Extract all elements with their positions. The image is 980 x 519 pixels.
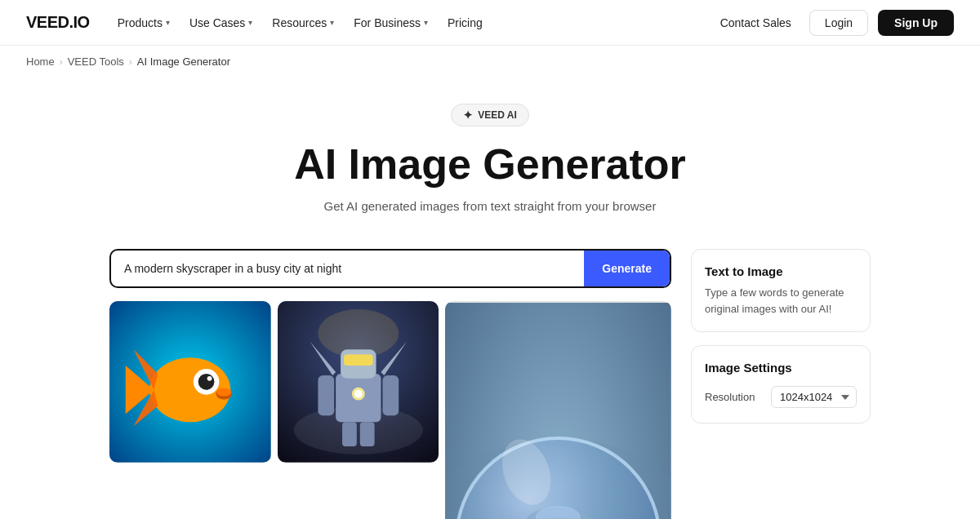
hero-badge-label: VEED AI [478, 109, 517, 121]
settings-title: Image Settings [705, 361, 857, 375]
image-robot [278, 301, 439, 463]
breadcrumb-sep-2: › [129, 56, 132, 68]
text-to-image-card: Text to Image Type a few words to genera… [691, 249, 871, 332]
nav-left: VEED.IO Products ▾ Use Cases ▾ Resources… [26, 11, 491, 34]
svg-rect-17 [382, 375, 399, 415]
svg-point-3 [198, 374, 215, 390]
page-title: AI Image Generator [13, 141, 967, 188]
nav-label-forbusiness: For Business [354, 16, 421, 29]
resolution-row: Resolution 512x512 768x768 1024x1024 153… [705, 386, 857, 408]
nav-label-pricing: Pricing [448, 16, 483, 29]
svg-rect-20 [342, 422, 357, 446]
left-panel: Generate [109, 249, 671, 519]
svg-rect-15 [344, 354, 373, 366]
chevron-icon-resources: ▾ [330, 18, 334, 27]
image-bubble-house [445, 301, 671, 519]
resolution-select[interactable]: 512x512 768x768 1024x1024 1536x1536 [771, 386, 857, 408]
svg-rect-21 [359, 422, 374, 446]
chevron-icon-forbusiness: ▾ [424, 18, 428, 27]
info-card-title: Text to Image [705, 264, 857, 278]
search-bar: Generate [109, 249, 671, 288]
nav-item-resources[interactable]: Resources ▾ [264, 11, 342, 34]
breadcrumb-current: AI Image Generator [137, 55, 230, 68]
main-content: Generate [90, 249, 890, 519]
nav-label-usecases: Use Cases [189, 16, 245, 29]
chevron-icon-products: ▾ [166, 18, 170, 27]
nav-item-pricing[interactable]: Pricing [439, 11, 491, 34]
chevron-icon-usecases: ▾ [248, 18, 252, 27]
generate-button[interactable]: Generate [584, 251, 670, 286]
hero-badge: ✦ VEED AI [451, 104, 529, 126]
right-panel: Text to Image Type a few words to genera… [691, 249, 871, 519]
info-card-text: Type a few words to generate original im… [705, 285, 857, 317]
image-settings-card: Image Settings Resolution 512x512 768x76… [691, 345, 871, 424]
image-grid: ✦ ✦ ✦ [109, 301, 671, 519]
svg-point-23 [354, 390, 363, 398]
breadcrumb-sep-1: › [60, 56, 63, 68]
brand-logo[interactable]: VEED.IO [26, 13, 90, 32]
breadcrumb-home[interactable]: Home [26, 55, 55, 68]
prompt-input[interactable] [111, 251, 584, 286]
svg-point-4 [207, 376, 212, 381]
svg-rect-16 [318, 375, 334, 415]
nav-label-products: Products [118, 16, 163, 29]
nav-label-resources: Resources [272, 16, 327, 29]
nav-right: Contact Sales Login Sign Up [712, 10, 954, 36]
nav-item-forbusiness[interactable]: For Business ▾ [345, 11, 436, 34]
breadcrumb: Home › VEED Tools › AI Image Generator [0, 46, 980, 78]
svg-point-9 [216, 388, 231, 397]
signup-button[interactable]: Sign Up [878, 10, 954, 36]
image-fish [109, 301, 271, 463]
login-button[interactable]: Login [809, 10, 868, 36]
resolution-label: Resolution [705, 391, 755, 403]
hero-subtitle: Get AI generated images from text straig… [13, 199, 967, 213]
nav-item-usecases[interactable]: Use Cases ▾ [181, 11, 261, 34]
contact-sales-button[interactable]: Contact Sales [712, 11, 800, 34]
breadcrumb-veed-tools[interactable]: VEED Tools [68, 55, 124, 68]
veed-ai-icon: ✦ [463, 109, 473, 122]
hero-section: ✦ VEED AI AI Image Generator Get AI gene… [0, 78, 980, 229]
nav-item-products[interactable]: Products ▾ [109, 11, 178, 34]
navbar: VEED.IO Products ▾ Use Cases ▾ Resources… [0, 0, 980, 46]
